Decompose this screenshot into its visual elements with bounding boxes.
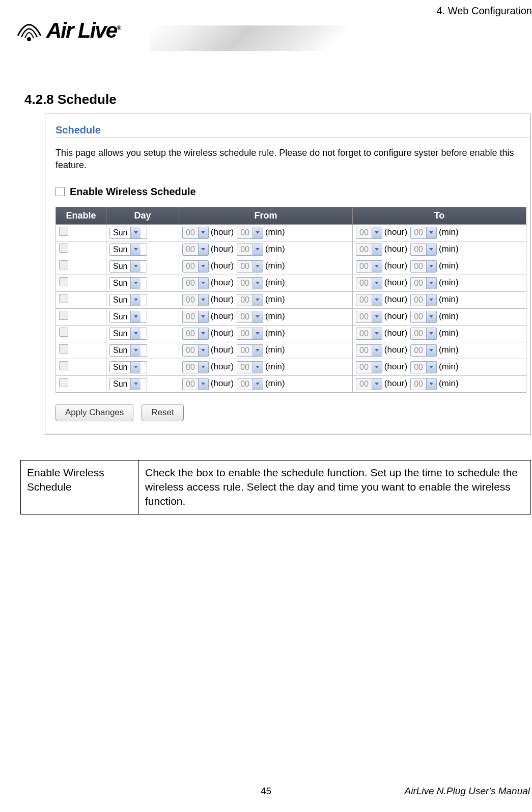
chevron-down-icon xyxy=(426,261,436,272)
day-select[interactable]: Sun xyxy=(109,260,147,273)
chevron-down-icon xyxy=(130,311,141,322)
row-to-cell: 00(hour)00(min) xyxy=(353,325,526,342)
row-enable-checkbox[interactable] xyxy=(59,277,68,286)
day-select[interactable]: Sun xyxy=(109,227,147,239)
hour-label: (hour) xyxy=(384,328,407,338)
from-hour-select[interactable]: 00 xyxy=(182,344,209,357)
day-select[interactable]: Sun xyxy=(109,294,147,306)
from-hour-select[interactable]: 00 xyxy=(182,294,209,306)
row-enable-cell xyxy=(56,258,106,275)
to-hour-select[interactable]: 00 xyxy=(356,361,382,373)
chevron-down-icon xyxy=(253,345,263,356)
chevron-down-icon xyxy=(372,244,382,255)
row-day-cell: Sun xyxy=(106,342,179,359)
reset-button[interactable]: Reset xyxy=(142,404,183,421)
to-min-select[interactable]: 00 xyxy=(410,277,437,289)
row-enable-checkbox[interactable] xyxy=(59,344,68,354)
from-min-select[interactable]: 00 xyxy=(237,328,263,340)
to-hour-select[interactable]: 00 xyxy=(356,328,382,340)
row-from-cell: 00(hour)00(min) xyxy=(179,224,353,241)
from-min-select[interactable]: 00 xyxy=(237,311,263,323)
row-enable-checkbox[interactable] xyxy=(59,227,68,236)
from-hour-select[interactable]: 00 xyxy=(182,227,209,239)
enable-wireless-checkbox[interactable] xyxy=(55,187,65,196)
from-min-select[interactable]: 00 xyxy=(237,227,263,239)
chevron-down-icon xyxy=(426,345,436,356)
desc-label: Enable Wireless Schedule xyxy=(21,460,139,514)
to-min-select[interactable]: 00 xyxy=(410,378,437,390)
from-hour-select[interactable]: 00 xyxy=(182,311,209,323)
day-select[interactable]: Sun xyxy=(109,361,147,373)
from-min-select[interactable]: 00 xyxy=(237,378,263,390)
page-header: 4. Web Configuration Air Live® xyxy=(0,0,532,66)
to-min-select[interactable]: 00 xyxy=(410,344,437,357)
from-hour-select[interactable]: 00 xyxy=(182,378,209,390)
row-to-cell: 00(hour)00(min) xyxy=(353,308,526,325)
row-enable-checkbox[interactable] xyxy=(59,378,68,387)
row-to-cell: 00(hour)00(min) xyxy=(353,291,526,308)
min-label: (min) xyxy=(265,278,285,287)
chevron-down-icon xyxy=(130,294,141,306)
chevron-down-icon xyxy=(130,362,141,373)
hour-label: (hour) xyxy=(384,311,407,321)
to-min-select[interactable]: 00 xyxy=(410,311,437,323)
row-from-cell: 00(hour)00(min) xyxy=(179,342,353,359)
row-day-cell: Sun xyxy=(106,308,179,325)
th-enable: Enable xyxy=(56,207,106,224)
to-min-select[interactable]: 00 xyxy=(410,328,437,340)
day-select[interactable]: Sun xyxy=(109,378,147,390)
to-hour-select[interactable]: 00 xyxy=(356,260,382,273)
to-min-select[interactable]: 00 xyxy=(410,243,437,256)
row-enable-cell xyxy=(56,342,106,359)
chevron-down-icon xyxy=(372,345,382,356)
row-enable-checkbox[interactable] xyxy=(59,311,68,320)
chevron-down-icon xyxy=(198,261,208,272)
from-min-select[interactable]: 00 xyxy=(237,344,263,357)
table-row: Sun00(hour)00(min)00(hour)00(min) xyxy=(56,258,526,275)
table-row: Sun00(hour)00(min)00(hour)00(min) xyxy=(56,375,526,392)
to-hour-select[interactable]: 00 xyxy=(356,294,382,306)
to-min-select[interactable]: 00 xyxy=(410,227,437,239)
min-label: (min) xyxy=(439,328,459,338)
to-hour-select[interactable]: 00 xyxy=(356,227,382,239)
row-enable-checkbox[interactable] xyxy=(59,361,68,370)
to-hour-select[interactable]: 00 xyxy=(356,311,382,323)
apply-changes-button[interactable]: Apply Changes xyxy=(55,404,133,421)
from-hour-select[interactable]: 00 xyxy=(182,328,209,340)
from-min-select[interactable]: 00 xyxy=(237,243,263,256)
from-min-select[interactable]: 00 xyxy=(237,277,263,289)
from-min-select[interactable]: 00 xyxy=(237,260,263,273)
row-enable-checkbox[interactable] xyxy=(59,260,68,269)
schedule-table: Enable Day From To Sun00(hour)00(min)00(… xyxy=(55,207,526,393)
day-select[interactable]: Sun xyxy=(109,311,147,323)
to-hour-select[interactable]: 00 xyxy=(356,344,382,357)
day-select[interactable]: Sun xyxy=(109,328,147,340)
row-enable-checkbox[interactable] xyxy=(59,294,68,303)
to-min-select[interactable]: 00 xyxy=(410,260,437,273)
row-enable-checkbox[interactable] xyxy=(59,243,68,253)
row-day-cell: Sun xyxy=(106,224,179,241)
chevron-down-icon xyxy=(253,278,263,289)
to-min-select[interactable]: 00 xyxy=(410,294,437,306)
th-from: From xyxy=(179,207,353,224)
from-min-select[interactable]: 00 xyxy=(237,361,263,373)
min-label: (min) xyxy=(265,345,285,355)
to-hour-select[interactable]: 00 xyxy=(356,378,382,390)
day-select[interactable]: Sun xyxy=(109,243,147,256)
from-hour-select[interactable]: 00 xyxy=(182,243,209,256)
day-select[interactable]: Sun xyxy=(109,344,147,357)
header-banner-stripe xyxy=(150,25,532,51)
from-min-select[interactable]: 00 xyxy=(237,294,263,306)
chevron-down-icon xyxy=(198,328,208,339)
from-hour-select[interactable]: 00 xyxy=(182,361,209,373)
min-label: (min) xyxy=(265,261,285,270)
to-hour-select[interactable]: 00 xyxy=(356,277,382,289)
to-hour-select[interactable]: 00 xyxy=(356,243,382,256)
from-hour-select[interactable]: 00 xyxy=(182,260,209,273)
day-select[interactable]: Sun xyxy=(109,277,147,289)
to-min-select[interactable]: 00 xyxy=(410,361,437,373)
chevron-down-icon xyxy=(426,378,436,390)
from-hour-select[interactable]: 00 xyxy=(182,277,209,289)
th-to: To xyxy=(353,207,526,224)
row-enable-checkbox[interactable] xyxy=(59,328,68,337)
